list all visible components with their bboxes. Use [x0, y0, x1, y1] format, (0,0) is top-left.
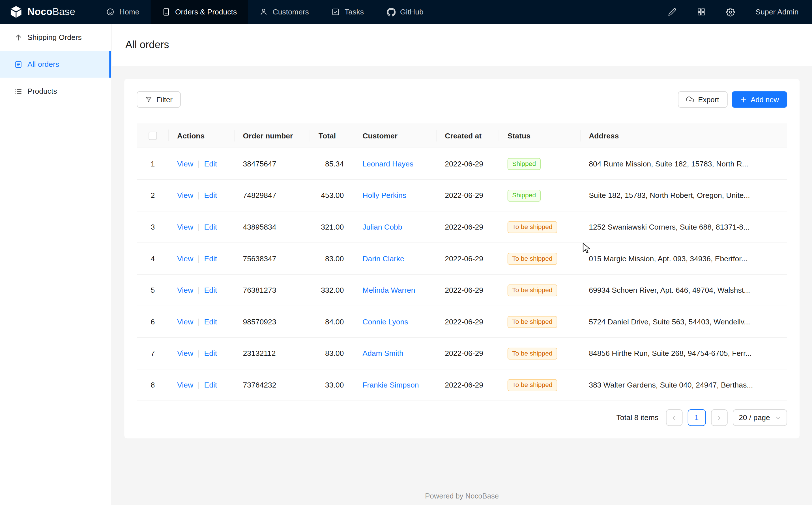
row-index: 1 [137, 160, 169, 168]
action-divider [198, 350, 199, 357]
customer-link[interactable]: Connie Lyons [362, 318, 408, 326]
page-header: All orders [112, 24, 812, 66]
total-cell: 33.00 [310, 381, 354, 389]
app-root: NocoBase Home Orders & Products Customer… [0, 0, 812, 505]
status-badge: To be shipped [508, 252, 557, 265]
edit-link[interactable]: Edit [204, 381, 217, 389]
table-row: 8 ViewEdit 73764232 33.00 Frankie Simpso… [137, 369, 787, 401]
total-cell: 84.00 [310, 318, 354, 326]
row-actions-cell: ViewEdit [169, 286, 235, 294]
github-icon [387, 8, 395, 16]
status-badge: To be shipped [508, 379, 557, 391]
view-link[interactable]: View [177, 318, 193, 326]
customer-link[interactable]: Frankie Simpson [362, 381, 419, 389]
settings-button[interactable] [726, 8, 735, 16]
chevron-right-icon [716, 415, 722, 420]
filter-button[interactable]: Filter [137, 91, 181, 108]
status-cell: To be shipped [499, 347, 581, 359]
nav-item-customers[interactable]: Customers [248, 0, 320, 24]
page-title: All orders [125, 39, 169, 51]
address-cell: 015 Margie Mission, Apt. 093, 34936, Ebe… [581, 255, 787, 263]
filter-icon [145, 96, 153, 103]
sidebar-item-products[interactable]: Products [0, 78, 111, 105]
order-number-cell: 38475647 [235, 160, 310, 168]
edit-link[interactable]: Edit [204, 286, 217, 294]
created-at-cell: 2022-06-29 [437, 255, 499, 263]
grid-icon [697, 8, 705, 16]
nav-item-tasks[interactable]: Tasks [320, 0, 375, 24]
chevron-down-icon [775, 415, 781, 420]
view-link[interactable]: View [177, 191, 193, 199]
customer-cell: Julian Cobb [354, 223, 437, 231]
row-index: 2 [137, 191, 169, 199]
nav-item-github[interactable]: GitHub [375, 0, 435, 24]
select-all-header-cell [137, 131, 169, 140]
view-link[interactable]: View [177, 381, 193, 389]
nav-label: Home [119, 8, 140, 16]
page-size-select[interactable]: 20 / page [733, 409, 787, 426]
view-link[interactable]: View [177, 349, 193, 357]
page-1-button[interactable]: 1 [688, 409, 706, 426]
nav-item-orders-products[interactable]: Orders & Products [151, 0, 248, 24]
edit-link[interactable]: Edit [204, 223, 217, 231]
orders-table: Actions Order number Total Customer Crea… [137, 124, 787, 401]
sidebar-item-shipping-orders[interactable]: Shipping Orders [0, 24, 111, 51]
nocobase-logo-text: NocoBase [27, 6, 75, 18]
list-icon [14, 87, 22, 95]
view-link[interactable]: View [177, 255, 193, 263]
status-cell: To be shipped [499, 221, 581, 233]
user-menu[interactable]: Super Admin [755, 8, 798, 16]
sidebar-item-label: Products [27, 87, 57, 96]
sidebar-item-all-orders[interactable]: All orders [0, 51, 111, 77]
address-cell: 5724 Daniel Drive, Suite 563, 54403, Wen… [581, 318, 787, 326]
top-navbar: NocoBase Home Orders & Products Customer… [0, 0, 812, 24]
gear-icon [726, 8, 735, 16]
select-all-checkbox[interactable] [149, 132, 157, 140]
row-actions-cell: ViewEdit [169, 349, 235, 358]
table-toolbar: Filter Export Add new [137, 91, 787, 108]
customer-link[interactable]: Holly Perkins [362, 191, 406, 199]
customer-link[interactable]: Julian Cobb [362, 223, 402, 231]
order-number-column-header: Order number [235, 131, 310, 140]
customer-cell: Melinda Warren [354, 286, 437, 294]
view-link[interactable]: View [177, 286, 193, 294]
customer-link[interactable]: Melinda Warren [362, 286, 415, 294]
created-at-cell: 2022-06-29 [437, 318, 499, 326]
row-index: 8 [137, 381, 169, 389]
arrow-up-icon [14, 33, 22, 41]
status-cell: Shipped [499, 189, 581, 201]
address-column-header: Address [581, 131, 787, 140]
edit-link[interactable]: Edit [204, 255, 217, 263]
add-new-button[interactable]: Add new [731, 91, 787, 108]
filter-button-label: Filter [157, 96, 173, 104]
view-link[interactable]: View [177, 223, 193, 231]
edit-link[interactable]: Edit [204, 160, 217, 168]
created-at-column-header: Created at [437, 131, 499, 140]
orders-icon [162, 8, 170, 16]
view-link[interactable]: View [177, 160, 193, 168]
customer-link[interactable]: Darin Clarke [362, 255, 404, 263]
cloud-upload-icon [686, 96, 694, 103]
action-divider [198, 256, 199, 263]
toolbar-right: Export Add new [678, 91, 787, 108]
edit-link[interactable]: Edit [204, 318, 217, 326]
export-button-label: Export [698, 96, 719, 104]
customer-cell: Leonard Hayes [354, 160, 437, 168]
customer-link[interactable]: Adam Smith [362, 349, 403, 357]
chevron-left-icon [671, 415, 677, 420]
customer-link[interactable]: Leonard Hayes [362, 160, 414, 168]
previous-page-button[interactable] [666, 409, 683, 426]
nav-item-home[interactable]: Home [95, 0, 151, 24]
customer-cell: Holly Perkins [354, 191, 437, 199]
export-button[interactable]: Export [678, 91, 728, 108]
address-cell: Suite 182, 15783, North Robert, Oregon, … [581, 191, 787, 199]
next-page-button[interactable] [711, 409, 728, 426]
ui-editor-button[interactable] [668, 8, 676, 16]
plugin-manager-button[interactable] [697, 8, 705, 16]
table-header-row: Actions Order number Total Customer Crea… [137, 124, 787, 148]
nocobase-logo[interactable]: NocoBase [0, 0, 95, 24]
edit-link[interactable]: Edit [204, 191, 217, 199]
row-actions-cell: ViewEdit [169, 191, 235, 200]
table-row: 3 ViewEdit 43895834 321.00 Julian Cobb 2… [137, 211, 787, 243]
edit-link[interactable]: Edit [204, 349, 217, 357]
